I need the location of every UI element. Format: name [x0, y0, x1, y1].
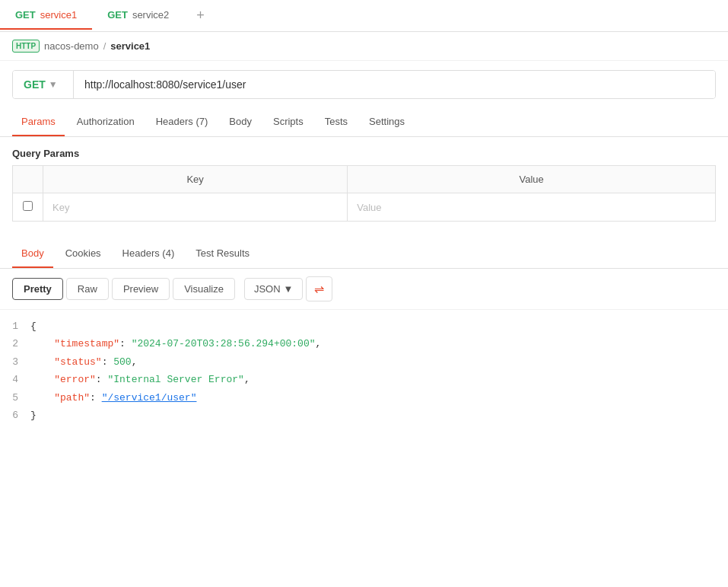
breadcrumb-separator: / [103, 40, 106, 52]
format-raw-button[interactable]: Raw [66, 278, 109, 300]
code-line-2: 2 "timestamp": "2024-07-20T03:28:56.294+… [0, 335, 728, 353]
row-key[interactable]: Key [43, 193, 348, 222]
json-val-path: "/service1/user" [102, 392, 197, 404]
breadcrumb: HTTP nacos-demo / service1 [0, 32, 728, 61]
json-key-error: "error" [54, 374, 96, 385]
code-line-4: 4 "error": "Internal Server Error", [0, 371, 728, 388]
line-number-5: 5 [0, 389, 30, 407]
json-key-path: "path" [54, 392, 90, 404]
tab-service2[interactable]: GET service2 [92, 2, 184, 30]
line-content-1: { [30, 317, 37, 335]
line-number-4: 4 [0, 371, 30, 388]
line-content-5: "path": "/service1/user" [30, 389, 196, 407]
breadcrumb-path: nacos-demo [44, 40, 99, 52]
res-tab-cookies[interactable]: Cookies [56, 240, 110, 268]
code-line-6: 6 } [0, 407, 728, 424]
tab-bar: GET service1 GET service2 + [0, 0, 728, 32]
response-section: Body Cookies Headers (4) Test Results Pr… [0, 240, 728, 432]
query-params-table-wrapper: Key Value Key Value [0, 165, 728, 222]
table-header-key: Key [43, 166, 348, 193]
code-line-3: 3 "status": 500, [0, 353, 728, 371]
method-label: GET [24, 78, 46, 91]
format-preview-button[interactable]: Preview [112, 278, 170, 300]
method-selector[interactable]: GET ▼ [13, 71, 74, 98]
tab-name-service2: service2 [132, 9, 169, 21]
table-header-row: Key Value [13, 166, 716, 193]
line-number-1: 1 [0, 317, 30, 335]
method-chevron-icon: ▼ [49, 79, 58, 90]
table-row: Key Value [13, 193, 716, 222]
req-tab-scripts[interactable]: Scripts [264, 108, 313, 136]
table-header-checkbox [13, 166, 43, 193]
req-tab-params[interactable]: Params [12, 108, 65, 136]
response-code-block: 1 { 2 "timestamp": "2024-07-20T03:28:56.… [0, 310, 728, 432]
query-params-table: Key Value Key Value [12, 165, 716, 222]
url-bar: GET ▼ [12, 70, 716, 99]
add-tab-button[interactable]: + [184, 0, 217, 31]
res-tab-body[interactable]: Body [12, 240, 53, 268]
url-input[interactable] [74, 71, 715, 98]
row-checkbox[interactable] [13, 193, 43, 222]
req-tab-headers[interactable]: Headers (7) [147, 108, 218, 136]
json-key-timestamp: "timestamp" [54, 338, 119, 349]
req-tab-body[interactable]: Body [220, 108, 261, 136]
req-tab-authorization[interactable]: Authorization [68, 108, 144, 136]
wrap-button[interactable]: ⇌ [306, 276, 332, 301]
code-line-5: 5 "path": "/service1/user" [0, 389, 728, 407]
table-header-value: Value [348, 166, 716, 193]
format-bar: Pretty Raw Preview Visualize JSON ▼ ⇌ [0, 269, 728, 310]
tab-service1[interactable]: GET service1 [0, 2, 92, 30]
json-key-status: "status" [54, 356, 101, 368]
tab-method-service1: GET [15, 9, 36, 21]
wrap-icon: ⇌ [314, 282, 324, 296]
tab-method-service2: GET [107, 9, 128, 21]
line-content-6: } [30, 407, 37, 424]
format-select-label: JSON [254, 283, 281, 295]
line-number-6: 6 [0, 407, 30, 424]
line-number-3: 3 [0, 353, 30, 371]
format-visualize-button[interactable]: Visualize [173, 278, 235, 300]
http-badge: HTTP [12, 40, 40, 53]
json-val-timestamp: "2024-07-20T03:28:56.294+00:00" [132, 338, 316, 349]
line-content-3: "status": 500, [30, 353, 137, 371]
req-tab-settings[interactable]: Settings [360, 108, 414, 136]
req-tab-tests[interactable]: Tests [316, 108, 357, 136]
query-params-title: Query Params [0, 137, 728, 165]
res-tab-test-results[interactable]: Test Results [186, 240, 259, 268]
json-val-error: "Internal Server Error" [107, 374, 243, 385]
line-content-2: "timestamp": "2024-07-20T03:28:56.294+00… [30, 335, 321, 353]
row-checkbox-input[interactable] [23, 201, 33, 211]
line-number-2: 2 [0, 335, 30, 353]
code-line-1: 1 { [0, 317, 728, 335]
request-tabs: Params Authorization Headers (7) Body Sc… [0, 108, 728, 137]
json-val-status: 500 [113, 356, 131, 368]
format-select[interactable]: JSON ▼ [244, 278, 304, 300]
line-content-4: "error": "Internal Server Error", [30, 371, 250, 388]
format-select-chevron-icon: ▼ [284, 283, 294, 295]
tab-name-service1: service1 [40, 9, 77, 21]
key-placeholder: Key [52, 202, 69, 213]
breadcrumb-service: service1 [110, 40, 150, 52]
response-tabs: Body Cookies Headers (4) Test Results [0, 240, 728, 269]
format-pretty-button[interactable]: Pretty [12, 278, 63, 300]
res-tab-headers[interactable]: Headers (4) [113, 240, 184, 268]
value-placeholder: Value [357, 202, 381, 213]
row-value[interactable]: Value [348, 193, 716, 222]
